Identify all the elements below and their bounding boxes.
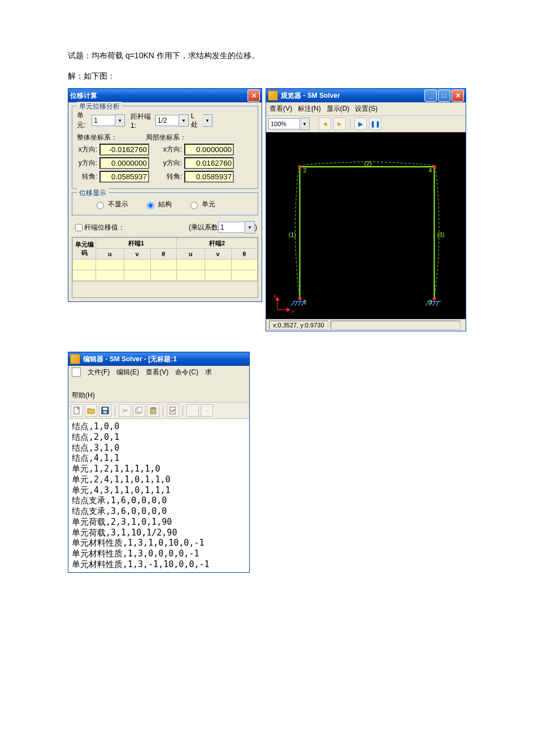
local-y-field[interactable] <box>184 157 234 169</box>
zoom-input[interactable] <box>268 118 300 129</box>
svg-line-9 <box>295 301 298 306</box>
x-label: x方向: <box>77 145 97 154</box>
app-icon <box>268 90 278 101</box>
save-icon[interactable] <box>99 404 111 417</box>
close-icon[interactable]: ✕ <box>451 89 464 102</box>
close-icon[interactable]: ✕ <box>248 89 260 102</box>
check-icon[interactable] <box>167 404 179 417</box>
menu-view[interactable]: 查看(V) <box>270 104 292 114</box>
new-icon[interactable] <box>71 404 83 417</box>
svg-marker-18 <box>287 308 290 312</box>
unit-label: 单元: <box>77 111 89 130</box>
axis-x-label: x <box>292 308 294 314</box>
svg-line-15 <box>432 301 435 306</box>
chevron-down-icon[interactable]: ▼ <box>179 114 189 127</box>
dist-combo[interactable]: ▼ <box>155 114 189 127</box>
col-theta: θ <box>150 249 176 260</box>
title-text: 观览器 - SM Solver <box>281 91 423 101</box>
menu-solve[interactable]: 求 <box>205 368 212 377</box>
minimize-icon[interactable]: _ <box>424 89 437 102</box>
zoom-combo[interactable]: ▼ <box>268 118 310 130</box>
global-rot-field[interactable] <box>99 171 149 183</box>
chevron-down-icon[interactable]: ▼ <box>115 114 125 127</box>
svg-rect-24 <box>103 411 107 413</box>
dist-suffix: L处 <box>191 112 199 129</box>
radio-structure[interactable]: 結构 <box>144 200 172 209</box>
radio-none[interactable]: 不显示 <box>94 200 128 209</box>
global-y-field[interactable] <box>99 157 149 169</box>
next-icon[interactable]: ► <box>333 118 346 130</box>
pause-icon[interactable]: ❚❚ <box>369 118 381 130</box>
rot-label: 转角: <box>162 172 182 182</box>
mult-input[interactable] <box>218 222 245 233</box>
menu-file[interactable]: 文件(F) <box>88 368 110 377</box>
cut-icon[interactable]: ✂ <box>119 404 131 417</box>
title-text: 编辑器 - SM Solver - [无标题:1 <box>83 355 248 364</box>
toolbar: ✂ ← → <box>68 403 249 419</box>
menu-annotate[interactable]: 标注(N) <box>298 104 321 114</box>
titlebar[interactable]: 观览器 - SM Solver _ □ ✕ <box>266 89 466 102</box>
col-u: u <box>176 249 205 260</box>
local-rot-field[interactable] <box>184 171 234 183</box>
menu-display[interactable]: 显示(D) <box>327 104 350 114</box>
svg-rect-29 <box>170 407 175 414</box>
editor-content[interactable]: 结点,1,0,0 结点,2,0,1 结点,3,1,0 结点,4,1,1 单元,1… <box>68 419 249 572</box>
titlebar[interactable]: 编辑器 - SM Solver - [无标题:1 <box>68 352 249 366</box>
node-1-label: 1 <box>303 299 306 305</box>
end-value-checkbox[interactable] <box>75 224 83 231</box>
menu-settings[interactable]: 设置(S) <box>355 104 377 114</box>
dist-input[interactable] <box>155 115 179 126</box>
menu-command[interactable]: 命令(C) <box>175 368 198 377</box>
mult-close: ) <box>255 223 257 231</box>
dist-label: 距杆端 1: <box>131 112 153 129</box>
col-u: u <box>96 249 124 260</box>
menubar: 查看(V) 标注(N) 显示(D) 设置(S) <box>266 102 466 116</box>
menu-edit[interactable]: 编辑(E) <box>116 368 139 377</box>
open-icon[interactable] <box>85 404 97 417</box>
svg-rect-26 <box>137 407 142 412</box>
svg-point-4 <box>298 165 302 169</box>
unit-input[interactable] <box>92 115 115 126</box>
maximize-icon[interactable]: □ <box>438 89 450 102</box>
toolbar: ▼ ◄ ► ▶ ❚❚ <box>266 116 466 132</box>
col-end2: 杆端2 <box>176 238 257 249</box>
copy-icon[interactable] <box>133 404 145 417</box>
col-v: v <box>205 249 231 260</box>
titlebar[interactable]: 位移计算 ✕ <box>68 89 262 102</box>
axis-y-label: y <box>273 292 276 299</box>
question-text: 试题：均布荷载 q=10KN 作用下，求结构发生的位移。 <box>68 51 466 61</box>
answer-text: 解：如下图： <box>68 71 466 81</box>
chevron-down-icon[interactable]: ▼ <box>300 118 310 130</box>
node-4-label: 4 <box>429 167 432 174</box>
canvas[interactable]: x y 2 4 1 3 (1) (2) (3) <box>266 132 466 319</box>
editor-window: 编辑器 - SM Solver - [无标题:1 文件(F) 编辑(E) 查看(… <box>68 352 250 573</box>
svg-point-3 <box>298 297 302 300</box>
menubar: 文件(F) 编辑(E) 查看(V) 命令(C) 求 帮助(H) <box>68 366 249 403</box>
group-analysis-title: 单元位移分析 <box>77 102 122 111</box>
title-text: 位移计算 <box>70 91 246 101</box>
elem-1-label: (1) <box>289 231 296 238</box>
radio-unit[interactable]: 单元 <box>188 200 215 209</box>
paste-icon[interactable] <box>147 404 159 417</box>
global-x-field[interactable] <box>99 144 149 155</box>
chevron-down-icon[interactable]: ▼ <box>203 114 212 127</box>
mult-combo[interactable]: ▼ <box>218 221 255 234</box>
result-table: 单元编码 杆端1 杆端2 u v θ u v θ <box>72 237 258 298</box>
svg-line-10 <box>298 301 301 306</box>
col-v: v <box>124 249 150 260</box>
menu-view[interactable]: 查看(V) <box>146 368 168 377</box>
svg-rect-23 <box>103 408 107 410</box>
forward-icon[interactable]: → <box>201 404 213 417</box>
unit-combo[interactable]: ▼ <box>92 114 125 127</box>
y-label: y方向: <box>77 158 97 168</box>
svg-point-5 <box>432 165 436 169</box>
prev-icon[interactable]: ◄ <box>319 118 331 130</box>
play-icon[interactable]: ▶ <box>354 118 367 130</box>
menu-help[interactable]: 帮助(H) <box>72 391 95 400</box>
back-icon[interactable]: ← <box>186 404 199 417</box>
elem-3-label: (3) <box>437 231 444 238</box>
node-3-label: 3 <box>429 299 432 305</box>
chevron-down-icon[interactable]: ▼ <box>245 221 255 234</box>
statusbar: x:0.3527, y:0.9730 <box>266 319 466 331</box>
local-x-field[interactable] <box>184 144 234 155</box>
